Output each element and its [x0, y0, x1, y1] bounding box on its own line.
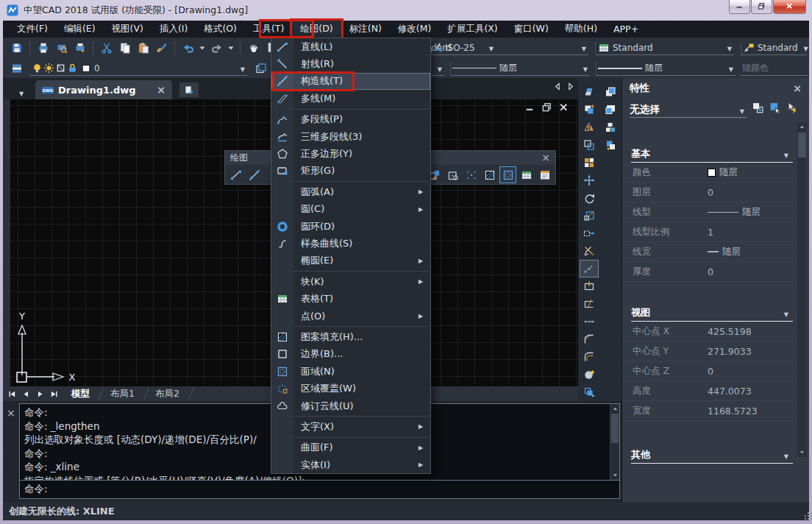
- copy-clip-button[interactable]: [115, 40, 134, 57]
- rotate-button[interactable]: [580, 189, 599, 207]
- move-button[interactable]: [580, 171, 599, 189]
- pan-button[interactable]: [244, 40, 263, 57]
- draw-menu-item[interactable]: 文字(X): [271, 418, 430, 435]
- quick-select-button[interactable]: [769, 102, 781, 117]
- break-at-point-button[interactable]: [580, 277, 599, 295]
- scale-button[interactable]: [580, 207, 599, 224]
- draw-menu-item[interactable]: 面域(N): [271, 363, 430, 380]
- layer-manager-button[interactable]: [7, 60, 26, 77]
- break-button[interactable]: [580, 295, 599, 313]
- publish-button[interactable]: [71, 40, 89, 57]
- close-tab-icon[interactable]: [157, 85, 165, 96]
- properties-section-header[interactable]: 基本: [631, 146, 793, 163]
- draw-menu-item[interactable]: 点(O): [271, 308, 430, 325]
- draw-menu-item[interactable]: 圆环(D): [271, 218, 430, 235]
- mtext-button[interactable]: [536, 166, 553, 183]
- menu-item[interactable]: 窗口(W): [506, 21, 557, 38]
- nav-prev-button[interactable]: [20, 388, 32, 400]
- draworder-back-button[interactable]: [601, 101, 620, 118]
- lengthen-button[interactable]: [580, 260, 599, 277]
- mirror-button[interactable]: [580, 118, 599, 136]
- print-preview-button[interactable]: [52, 40, 71, 57]
- draw-menu-item[interactable]: 椭圆(E): [271, 252, 430, 269]
- close-command-window-icon[interactable]: [7, 406, 15, 419]
- copy-object-button[interactable]: [580, 101, 599, 118]
- child-restore-button[interactable]: [541, 102, 552, 113]
- paste-button[interactable]: [134, 40, 152, 57]
- fillet-button[interactable]: [580, 348, 599, 366]
- menu-item[interactable]: 文件(F): [9, 21, 56, 38]
- lineweight-dropdown[interactable]: 随层: [596, 61, 736, 76]
- close-palette-icon[interactable]: [541, 153, 550, 163]
- scroll-up-icon[interactable]: [610, 404, 620, 414]
- scroll-down-icon[interactable]: [797, 447, 807, 457]
- tab-scroll-right-button[interactable]: [566, 82, 575, 91]
- table-style-dropdown[interactable]: Standard: [596, 40, 734, 55]
- menu-item[interactable]: 视图(V): [104, 21, 152, 38]
- draw-menu-item[interactable]: 射线(R): [271, 55, 430, 72]
- command-prompt[interactable]: 命令:: [20, 480, 619, 498]
- draw-menu-item[interactable]: 圆弧(A): [271, 183, 430, 200]
- draworder-above-button[interactable]: [601, 118, 620, 136]
- draw-menu-item[interactable]: 实体(I): [271, 456, 430, 473]
- plot-style-dropdown[interactable]: 随颜色: [740, 61, 808, 76]
- chamfer-button[interactable]: [580, 330, 599, 348]
- minimize-button[interactable]: [729, 0, 750, 14]
- property-row[interactable]: 颜色随层: [622, 163, 793, 183]
- offset-button[interactable]: [580, 136, 599, 154]
- menu-item[interactable]: 工具(T): [245, 21, 292, 38]
- property-row[interactable]: 中心点 X425.5198: [622, 322, 793, 341]
- explode-button[interactable]: [580, 383, 599, 401]
- hatch-button[interactable]: [481, 166, 498, 183]
- scroll-up-icon[interactable]: [797, 122, 807, 132]
- match-properties-button[interactable]: [152, 40, 171, 57]
- select-objects-button[interactable]: [786, 102, 798, 117]
- selection-dropdown[interactable]: 无选择: [630, 102, 747, 118]
- scrollbar-thumb[interactable]: [798, 132, 806, 157]
- stretch-button[interactable]: [580, 224, 599, 242]
- draw-menu-item[interactable]: 三维多段线(3): [271, 128, 430, 145]
- array-button[interactable]: [580, 154, 599, 171]
- save-button[interactable]: [7, 40, 26, 57]
- layer-dropdown[interactable]: 0: [29, 61, 247, 76]
- mleader-style-dropdown[interactable]: Standard: [741, 40, 807, 55]
- draw-menu-item[interactable]: 表格(T): [271, 290, 430, 307]
- menu-item[interactable]: 插入(I): [152, 21, 196, 38]
- collapse-section-icon[interactable]: [784, 149, 788, 160]
- plot-button[interactable]: [34, 40, 52, 57]
- menu-draw-button[interactable]: 绘图(D): [292, 21, 341, 38]
- draw-menu-item[interactable]: 构造线(T): [271, 73, 430, 90]
- draw-menu-item[interactable]: 正多边形(Y): [271, 145, 430, 162]
- draw-menu-item[interactable]: 样条曲线(S): [271, 235, 430, 252]
- cut-button[interactable]: [97, 40, 115, 57]
- draw-menu-item[interactable]: 修订云线(U): [271, 397, 430, 414]
- draw-menu-item[interactable]: 块(K): [271, 273, 430, 290]
- dim-style-dropdown[interactable]: ISO-25: [428, 40, 588, 55]
- close-properties-icon[interactable]: [793, 82, 802, 94]
- property-row[interactable]: 线宽随层: [622, 242, 793, 262]
- expand-arrow-button[interactable]: [197, 40, 207, 57]
- draw-menu-item[interactable]: 区域覆盖(W): [271, 380, 430, 397]
- draw-menu-item[interactable]: 曲面(F): [271, 439, 430, 456]
- table-button[interactable]: [518, 166, 535, 183]
- draw-menu-item[interactable]: 直线(L): [271, 38, 430, 55]
- expand-arrow-button[interactable]: [226, 40, 236, 57]
- properties-section-header[interactable]: 其他: [631, 447, 793, 464]
- child-close-button[interactable]: [558, 102, 569, 113]
- close-button[interactable]: [773, 0, 806, 14]
- property-row[interactable]: 中心点 Y271.9033: [622, 341, 793, 361]
- menu-item[interactable]: 帮助(H): [557, 21, 605, 38]
- property-row[interactable]: 线型比例1: [622, 222, 793, 242]
- draw-menu-item[interactable]: 边界(B)...: [271, 346, 430, 363]
- property-row[interactable]: 线型随层: [622, 202, 793, 222]
- line-button[interactable]: [227, 166, 244, 183]
- make-block-button[interactable]: [444, 166, 461, 183]
- draw-menu-item[interactable]: 多线(M): [271, 90, 430, 107]
- property-row[interactable]: 宽度1168.5723: [622, 401, 793, 421]
- erase-button[interactable]: [580, 83, 599, 101]
- property-row[interactable]: 图层0: [622, 183, 793, 202]
- nav-first-button[interactable]: [6, 388, 18, 400]
- nav-next-button[interactable]: [34, 388, 46, 400]
- trim-button[interactable]: [580, 242, 599, 260]
- new-document-button[interactable]: [179, 82, 199, 97]
